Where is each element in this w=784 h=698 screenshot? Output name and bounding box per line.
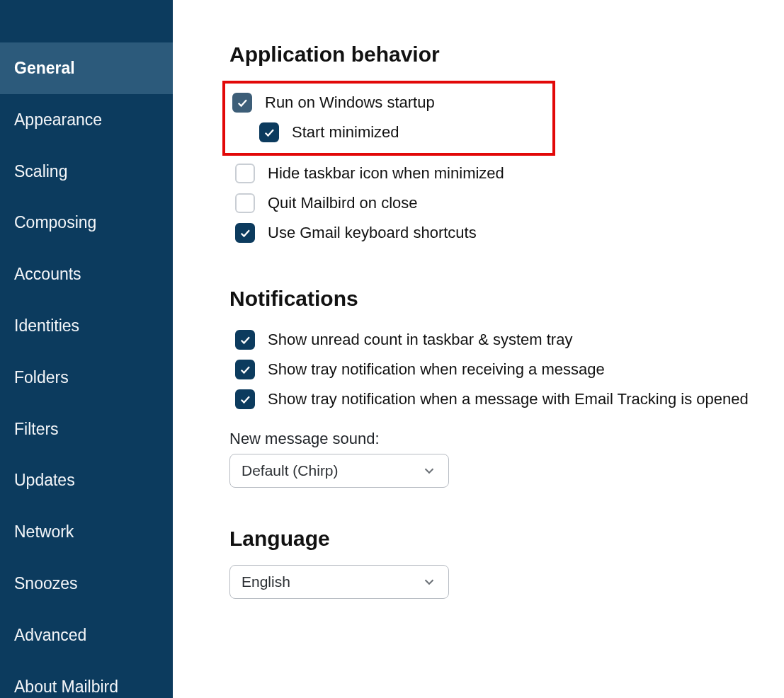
chevron-down-icon: [421, 574, 437, 590]
select-language-value: English: [242, 573, 290, 590]
checkbox-tray-on-tracked[interactable]: [235, 389, 255, 409]
sidebar-item-scaling[interactable]: Scaling: [0, 146, 173, 198]
section-application-behavior: Application behavior Run on Windows star…: [229, 42, 770, 248]
label-tray-on-receive: Show tray notification when receiving a …: [268, 360, 605, 379]
chevron-down-icon: [421, 463, 437, 479]
check-icon: [239, 227, 251, 239]
label-start-minimized: Start minimized: [292, 123, 399, 142]
row-start-minimized: Start minimized: [227, 118, 548, 147]
row-unread-count: Show unread count in taskbar & system tr…: [229, 325, 770, 355]
sidebar-item-accounts[interactable]: Accounts: [0, 248, 173, 300]
row-gmail-shortcuts: Use Gmail keyboard shortcuts: [229, 218, 770, 248]
label-gmail-shortcuts: Use Gmail keyboard shortcuts: [268, 224, 477, 242]
section-notifications: Notifications Show unread count in taskb…: [229, 287, 770, 488]
checkbox-unread-count[interactable]: [235, 330, 255, 350]
row-run-on-startup: Run on Windows startup: [227, 88, 548, 118]
label-hide-taskbar: Hide taskbar icon when minimized: [268, 164, 504, 183]
label-run-on-startup: Run on Windows startup: [265, 93, 435, 112]
select-new-message-sound-value: Default (Chirp): [242, 462, 339, 479]
section-title-app-behavior: Application behavior: [229, 42, 770, 67]
row-tray-on-receive: Show tray notification when receiving a …: [229, 355, 770, 384]
check-icon: [239, 363, 251, 376]
settings-sidebar: General Appearance Scaling Composing Acc…: [0, 0, 173, 698]
row-tray-on-tracked: Show tray notification when a message wi…: [229, 384, 770, 414]
sidebar-item-updates[interactable]: Updates: [0, 454, 173, 506]
section-title-notifications: Notifications: [229, 287, 770, 311]
select-language[interactable]: English: [229, 565, 449, 599]
section-language: Language English: [229, 527, 770, 599]
check-icon: [263, 126, 275, 139]
highlight-startup-options: Run on Windows startup Start minimized: [222, 81, 555, 156]
checkbox-hide-taskbar[interactable]: [235, 164, 255, 183]
sidebar-item-about-mailbird[interactable]: About Mailbird: [0, 661, 173, 698]
sidebar-item-general[interactable]: General: [0, 42, 173, 94]
label-quit-on-close: Quit Mailbird on close: [268, 194, 418, 212]
label-unread-count: Show unread count in taskbar & system tr…: [268, 331, 572, 349]
checkbox-start-minimized[interactable]: [259, 122, 279, 142]
settings-content: Application behavior Run on Windows star…: [173, 0, 784, 698]
check-icon: [236, 96, 249, 109]
sidebar-item-advanced[interactable]: Advanced: [0, 610, 173, 661]
sidebar-item-filters[interactable]: Filters: [0, 404, 173, 455]
row-quit-on-close: Quit Mailbird on close: [229, 188, 770, 218]
checkbox-quit-on-close[interactable]: [235, 193, 255, 213]
checkbox-tray-on-receive[interactable]: [235, 360, 255, 379]
row-hide-taskbar: Hide taskbar icon when minimized: [229, 159, 770, 188]
section-title-language: Language: [229, 527, 770, 551]
label-tray-on-tracked: Show tray notification when a message wi…: [268, 390, 749, 408]
sidebar-item-identities[interactable]: Identities: [0, 300, 173, 352]
checkbox-run-on-startup[interactable]: [232, 93, 252, 113]
label-new-message-sound: New message sound:: [229, 430, 770, 448]
sidebar-item-appearance[interactable]: Appearance: [0, 94, 173, 146]
sidebar-item-snoozes[interactable]: Snoozes: [0, 558, 173, 610]
sidebar-item-network[interactable]: Network: [0, 506, 173, 558]
checkbox-gmail-shortcuts[interactable]: [235, 223, 255, 243]
sidebar-item-folders[interactable]: Folders: [0, 352, 173, 404]
check-icon: [239, 333, 251, 346]
check-icon: [239, 393, 251, 406]
sidebar-item-composing[interactable]: Composing: [0, 197, 173, 248]
select-new-message-sound[interactable]: Default (Chirp): [229, 454, 449, 488]
